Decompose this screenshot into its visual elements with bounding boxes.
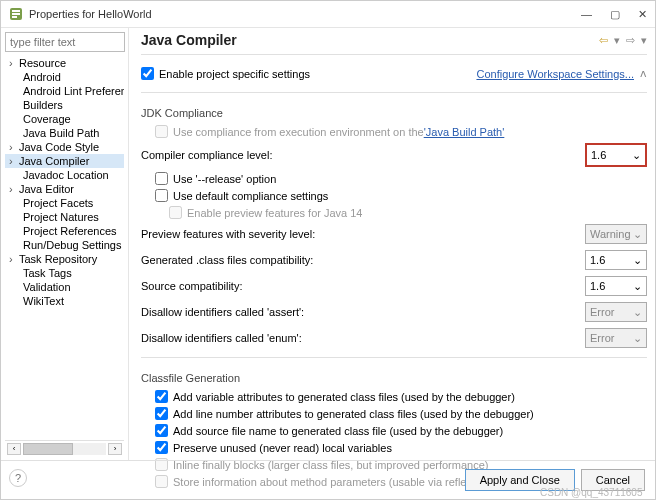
tree-label: Coverage [23, 113, 71, 125]
filter-input[interactable] [5, 32, 125, 52]
disallow-enum-label: Disallow identifiers called 'enum': [141, 332, 585, 344]
java-build-path-link[interactable]: 'Java Build Path' [424, 126, 505, 138]
svg-rect-3 [12, 16, 17, 18]
close-icon[interactable]: ✕ [638, 8, 647, 21]
add-variable-attr-checkbox[interactable]: Add variable attributes to generated cla… [155, 390, 647, 403]
release-option-checkbox[interactable]: Use '--release' option [155, 172, 647, 185]
tree-label: Task Tags [23, 267, 72, 279]
preview-severity-select: Warning⌄ [585, 224, 647, 244]
select-value: 1.6 [590, 254, 605, 266]
tree-label: Javadoc Location [23, 169, 109, 181]
enable-project-specific-checkbox[interactable]: Enable project specific settings [141, 67, 310, 80]
tree-label: Builders [23, 99, 63, 111]
minimize-icon[interactable]: — [581, 8, 592, 21]
tree-item[interactable]: Run/Debug Settings [19, 238, 124, 252]
disallow-enum-select[interactable]: Error⌄ [585, 328, 647, 348]
tree-label: Android [23, 71, 61, 83]
scroll-track[interactable] [23, 443, 106, 455]
tree-item[interactable]: Java Build Path [19, 126, 124, 140]
tree-item[interactable]: WikiText [19, 294, 124, 308]
window-title: Properties for HelloWorld [29, 8, 581, 20]
checkbox-label: Preserve unused (never read) local varia… [173, 442, 392, 454]
svg-rect-1 [12, 10, 20, 12]
disallow-assert-select[interactable]: Error⌄ [585, 302, 647, 322]
chevron-down-icon: ⌄ [633, 332, 642, 345]
tree-item[interactable]: Project Facets [19, 196, 124, 210]
add-line-number-checkbox[interactable]: Add line number attributes to generated … [155, 407, 647, 420]
tree-item[interactable]: Builders [19, 98, 124, 112]
checkbox-label: Add source file name to generated class … [173, 425, 503, 437]
jdk-section-title: JDK Compliance [141, 107, 647, 119]
scroll-up-icon[interactable]: ʌ [640, 67, 647, 80]
window-controls: — ▢ ✕ [581, 8, 647, 21]
compliance-level-label: Compiler compliance level: [141, 149, 585, 161]
add-source-file-checkbox[interactable]: Add source file name to generated class … [155, 424, 647, 437]
dropdown-icon[interactable]: ▾ [614, 34, 620, 47]
source-compat-select[interactable]: 1.6⌄ [585, 276, 647, 296]
checkbox-label: Use '--release' option [173, 173, 276, 185]
window-icon [9, 7, 23, 21]
chevron-down-icon: ⌄ [633, 254, 642, 267]
tree-item[interactable]: ›Java Code Style [5, 140, 124, 154]
chevron-down-icon: ⌄ [633, 306, 642, 319]
chevron-down-icon: ⌄ [633, 228, 642, 241]
scroll-right-icon[interactable]: › [108, 443, 122, 455]
tree-item[interactable]: Android [19, 70, 124, 84]
select-value: 1.6 [590, 280, 605, 292]
divider [141, 92, 647, 93]
caret-icon[interactable]: › [9, 253, 19, 265]
tree-item[interactable]: Task Tags [19, 266, 124, 280]
svg-rect-2 [12, 13, 20, 15]
generated-class-select[interactable]: 1.6⌄ [585, 250, 647, 270]
tree-item[interactable]: Project Natures [19, 210, 124, 224]
tree-item[interactable]: Android Lint Preferences [19, 84, 124, 98]
checkbox-label: Use compliance from execution environmen… [173, 126, 424, 138]
tree-item[interactable]: Coverage [19, 112, 124, 126]
fwd-arrow-icon[interactable]: ⇨ [626, 34, 635, 47]
tree-item[interactable]: ›Resource [5, 56, 124, 70]
back-arrow-icon[interactable]: ⇦ [599, 34, 608, 47]
select-value: Error [590, 332, 614, 344]
maximize-icon[interactable]: ▢ [610, 8, 620, 21]
page-toolbar: ⇦ ▾ ⇨ ▾ [599, 34, 647, 47]
caret-icon[interactable]: › [9, 183, 19, 195]
checkbox-label: Enable project specific settings [159, 68, 310, 80]
checkbox-label: Enable preview features for Java 14 [187, 207, 363, 219]
chevron-down-icon: ⌄ [632, 149, 641, 162]
dropdown-icon[interactable]: ▾ [641, 34, 647, 47]
caret-icon[interactable]: › [9, 155, 19, 167]
help-icon[interactable]: ? [9, 469, 27, 487]
tree-label: Resource [19, 57, 66, 69]
tree-item[interactable]: ›Java Editor [5, 182, 124, 196]
page-title: Java Compiler [141, 32, 599, 48]
checkbox-label: Add line number attributes to generated … [173, 408, 534, 420]
tree-item[interactable]: Validation [19, 280, 124, 294]
tree-label: Project Facets [23, 197, 93, 209]
tree-item[interactable]: ›Task Repository [5, 252, 124, 266]
tree-label: Java Build Path [23, 127, 99, 139]
sidebar-scrollbar[interactable]: ‹ › [5, 440, 124, 456]
tree-label: Android Lint Preferences [23, 85, 124, 97]
watermark: CSDN @qq_43711605 [540, 487, 642, 498]
tree-item-selected[interactable]: ›Java Compiler [5, 154, 124, 168]
configure-workspace-link[interactable]: Configure Workspace Settings... [476, 68, 634, 80]
caret-icon[interactable]: › [9, 57, 19, 69]
tree-label: Validation [23, 281, 71, 293]
generated-class-label: Generated .class files compatibility: [141, 254, 585, 266]
select-value: Error [590, 306, 614, 318]
compliance-level-select[interactable]: 1.6⌄ [585, 143, 647, 167]
divider [141, 54, 647, 55]
scroll-left-icon[interactable]: ‹ [7, 443, 21, 455]
default-compliance-checkbox[interactable]: Use default compliance settings [155, 189, 647, 202]
preserve-unused-checkbox[interactable]: Preserve unused (never read) local varia… [155, 441, 647, 454]
title-bar: Properties for HelloWorld — ▢ ✕ [1, 1, 655, 28]
caret-icon[interactable]: › [9, 141, 19, 153]
tree-label: Project References [23, 225, 117, 237]
tree-label: Task Repository [19, 253, 97, 265]
tree-item[interactable]: Javadoc Location [19, 168, 124, 182]
tree-label: Java Editor [19, 183, 74, 195]
tree-label: Project Natures [23, 211, 99, 223]
scroll-thumb[interactable] [23, 443, 73, 455]
tree-item[interactable]: Project References [19, 224, 124, 238]
nav-tree: ›Resource Android Android Lint Preferenc… [5, 56, 124, 440]
